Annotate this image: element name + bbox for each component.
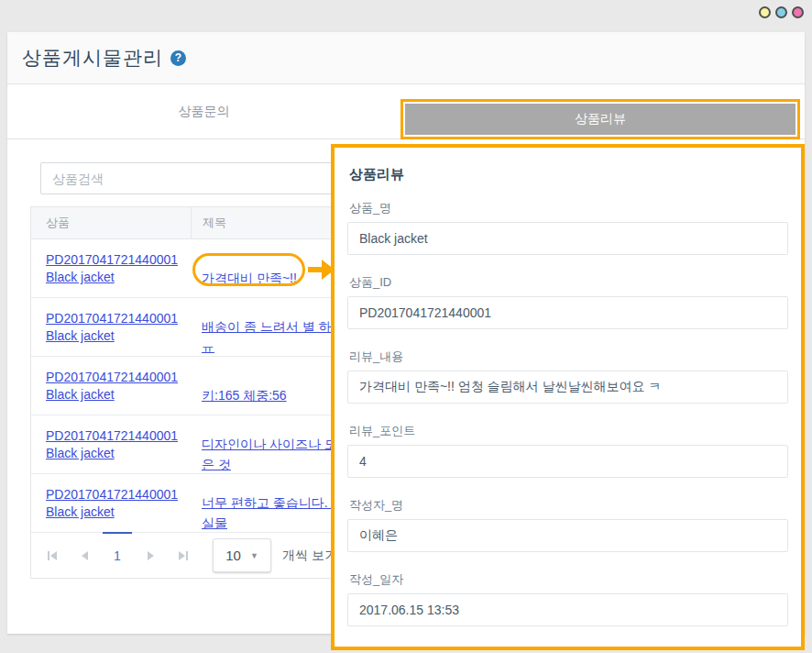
tab-product-inquiry[interactable]: 상품문의 [7, 84, 401, 139]
next-page-button[interactable] [134, 539, 167, 572]
first-page-icon [48, 551, 49, 560]
column-header-product: 상품 [31, 207, 191, 238]
product-id-link[interactable]: PD2017041721440001 [46, 311, 191, 326]
product-id-link[interactable]: PD2017041721440001 [46, 487, 191, 502]
help-icon[interactable]: ? [170, 50, 186, 66]
product-cell: PD2017041721440001 Black jacket [31, 311, 191, 343]
field-review-point: 리뷰_포인트 4 [347, 423, 788, 478]
last-page-button[interactable] [167, 539, 200, 572]
field-value-box[interactable]: 이혜은 [347, 519, 788, 552]
field-value-box[interactable]: 가격대비 만족~!! 엄청 슬림해서 날씬날씬해보여요 ㅋ [347, 371, 788, 404]
review-title-link[interactable]: 배송이 좀 느려서 별 하나 ㅠ [202, 319, 345, 354]
product-cell: PD2017041721440001 Black jacket [31, 487, 191, 519]
product-post-admin-page: { "window": { "buttons": [ { "name": "ye… [0, 0, 812, 653]
arrow-head-icon [322, 260, 335, 280]
field-product-id: 상품_ID PD2017041721440001 [347, 274, 788, 329]
product-cell: PD2017041721440001 Black jacket [31, 428, 191, 460]
field-label: 리뷰_포인트 [349, 423, 788, 439]
product-search-input[interactable] [40, 162, 335, 194]
window-button-pink-icon[interactable] [792, 6, 804, 18]
first-page-button[interactable] [35, 539, 68, 572]
field-value-box[interactable]: 2017.06.15 13:53 [347, 593, 788, 626]
field-value-box[interactable]: PD2017041721440001 [347, 296, 788, 329]
page-number-button[interactable]: 1 [101, 539, 134, 572]
page-size-suffix-label: 개씩 보기 [282, 548, 337, 564]
field-label: 상품_ID [349, 274, 788, 291]
product-id-link[interactable]: PD2017041721440001 [46, 428, 191, 443]
field-label: 작성_일자 [349, 571, 788, 588]
product-name-link[interactable]: Black jacket [46, 446, 191, 460]
panel-title: 상품리뷰 [349, 166, 788, 183]
field-written-date: 작성_일자 2017.06.15 13:53 [347, 571, 788, 626]
page-size-value: 10 [225, 548, 241, 563]
product-cell: PD2017041721440001 Black jacket [31, 252, 191, 284]
window-button-blue-icon[interactable] [775, 6, 787, 18]
current-page-number: 1 [114, 548, 121, 563]
field-value-box[interactable]: Black jacket [347, 222, 788, 255]
product-name-link[interactable]: Black jacket [46, 328, 191, 343]
field-product-name: 상품_명 Black jacket [347, 200, 788, 255]
caret-down-icon: ▼ [250, 551, 258, 560]
window-button-yellow-icon[interactable] [759, 6, 771, 18]
prev-page-button[interactable] [68, 539, 101, 572]
review-title-link[interactable]: 가격대비 만족~!! [202, 271, 297, 285]
window-controls [759, 6, 804, 18]
product-id-link[interactable]: PD2017041721440001 [46, 370, 191, 384]
tab-bar: 상품문의 상품리뷰 [7, 84, 805, 139]
product-cell: PD2017041721440001 Black jacket [31, 370, 191, 402]
product-id-link[interactable]: PD2017041721440001 [46, 252, 191, 267]
field-review-content: 리뷰_내용 가격대비 만족~!! 엄청 슬림해서 날씬날씬해보여요 ㅋ [347, 349, 788, 404]
review-title-link[interactable]: 키:165 체중:56 [202, 388, 287, 403]
product-name-link[interactable]: Black jacket [46, 504, 191, 519]
field-value-box[interactable]: 4 [347, 445, 788, 478]
review-title-link[interactable]: 디자인이나 사이즈나 모 은 것 [202, 437, 337, 471]
review-title-link[interactable]: 너무 편하고 좋습니다. 사 실물 [202, 495, 345, 530]
next-page-icon [148, 551, 154, 560]
prev-page-icon [82, 551, 88, 560]
page-title: 상품게시물관리 [22, 45, 163, 71]
tab-product-review[interactable]: 상품리뷰 [401, 99, 800, 139]
field-label: 리뷰_내용 [349, 349, 788, 365]
last-page-icon [179, 551, 185, 560]
field-writer-name: 작성자_명 이혜은 [347, 497, 788, 552]
review-detail-panel: 상품리뷰 상품_명 Black jacket 상품_ID PD201704172… [331, 144, 805, 650]
field-label: 작성자_명 [349, 497, 788, 514]
product-name-link[interactable]: Black jacket [46, 387, 191, 402]
page-size-dropdown[interactable]: 10 ▼ [213, 538, 271, 572]
field-label: 상품_명 [349, 200, 788, 216]
card-header: 상품게시물관리 ? [7, 32, 805, 84]
current-page-indicator [103, 532, 132, 534]
product-name-link[interactable]: Black jacket [46, 270, 191, 284]
